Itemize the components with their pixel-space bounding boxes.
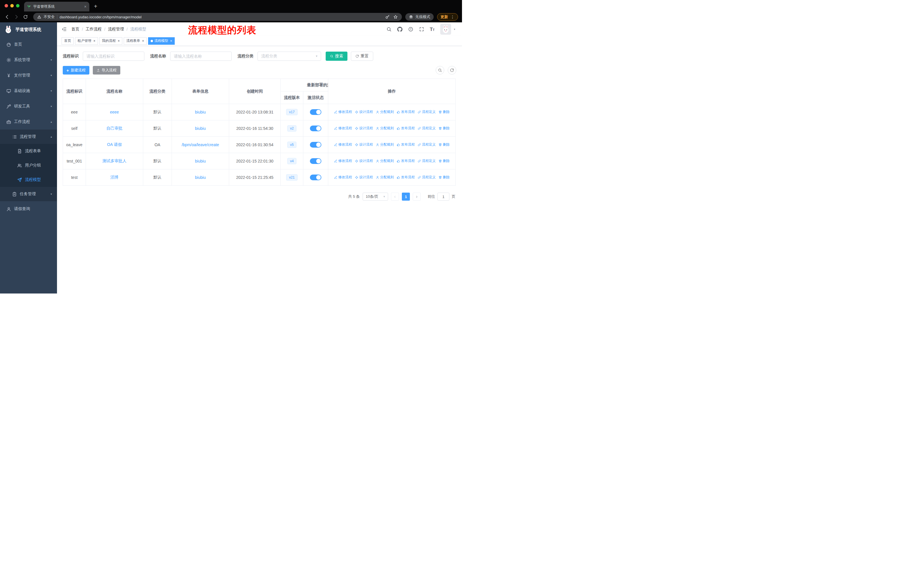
refresh-table-button[interactable] [448,66,456,74]
goto-page-input[interactable] [437,193,449,201]
row-action-delete[interactable]: 删除 [439,159,450,164]
row-action-assign[interactable]: 分配规则 [376,142,394,147]
window-zoom-button[interactable] [16,4,20,7]
row-action-edit[interactable]: 修改流程 [334,159,352,164]
sidebar-item-user-group[interactable]: 用户分组 [0,158,57,172]
tab-close-icon[interactable]: × [84,4,86,9]
create-process-button[interactable]: + 新建流程 [63,66,89,74]
back-button[interactable] [3,13,12,21]
active-toggle[interactable] [310,175,322,180]
header-search-icon[interactable] [386,26,391,32]
sidebar-item-leave-query[interactable]: 请假查询 [0,201,57,217]
form-info-link[interactable]: biubiu [195,159,206,164]
form-info-link[interactable]: biubiu [195,175,206,180]
tag-首页[interactable]: 首页 [61,37,74,45]
row-action-design[interactable]: 设计流程 [355,109,373,114]
row-action-publish[interactable]: 发布流程 [397,142,415,147]
page-size-select[interactable]: 10条/页 ▼ [363,193,388,201]
row-action-design[interactable]: 设计流程 [355,126,373,131]
tag-close-icon[interactable]: × [118,39,120,43]
row-action-delete[interactable]: 删除 [439,126,450,131]
key-icon[interactable] [385,15,390,19]
active-toggle[interactable] [310,126,322,131]
version-badge[interactable]: v21 [286,174,297,180]
window-close-button[interactable] [5,4,8,7]
form-info-link[interactable]: biubiu [195,126,206,131]
sidebar-item-home[interactable]: 首页 [0,37,57,52]
sidebar-item-process-model[interactable]: 流程模型 [0,172,57,187]
filter-key-input[interactable] [83,51,144,61]
fullscreen-icon[interactable] [419,26,424,32]
tag-流程模型[interactable]: 流程模型× [148,37,175,45]
row-action-publish[interactable]: 发布流程 [397,126,415,131]
row-action-assign[interactable]: 分配规则 [376,109,394,114]
row-action-edit[interactable]: 修改流程 [334,126,352,131]
tag-流程表单[interactable]: 流程表单× [124,37,147,45]
sidebar-item-process-form[interactable]: 流程表单 [0,144,57,158]
process-name-link[interactable]: 测试多审批人 [102,159,127,163]
browser-update-button[interactable]: 更新 ⋮ [437,13,458,21]
bookmark-star-icon[interactable] [393,15,398,19]
row-action-definition[interactable]: 流程定义 [417,159,436,164]
version-badge[interactable]: v5 [287,142,297,148]
row-action-definition[interactable]: 流程定义 [417,126,436,131]
security-label[interactable]: 不安全 [43,14,55,20]
reload-button[interactable] [21,13,30,21]
breadcrumb-item[interactable]: 流程管理 [108,26,124,32]
tag-我的流程[interactable]: 我的流程× [99,37,122,45]
process-name-link[interactable]: 滔博 [111,175,119,179]
version-badge[interactable]: v4 [287,158,297,164]
sidebar-item-dev-tools[interactable]: 研发工具▼ [0,99,57,114]
row-action-definition[interactable]: 流程定义 [417,109,436,114]
show-search-toggle-button[interactable] [436,66,444,74]
sidebar-item-system-management[interactable]: 系统管理▼ [0,52,57,68]
row-action-design[interactable]: 设计流程 [355,159,373,164]
prev-page-button[interactable]: ‹ [391,193,399,201]
filter-category-select[interactable]: 流程分类 ▼ [257,51,321,61]
breadcrumb-item[interactable]: 首页 [71,26,79,32]
process-name-link[interactable]: OA 请假 [107,142,122,147]
row-action-assign[interactable]: 分配规则 [376,159,394,164]
version-badge[interactable]: v17 [286,109,297,115]
row-action-definition[interactable]: 流程定义 [417,142,436,147]
tag-close-icon[interactable]: × [93,39,96,43]
sidebar-item-workflow[interactable]: 工作流程▲ [0,114,57,129]
search-button[interactable]: 搜索 [326,51,347,61]
import-process-button[interactable]: 导入流程 [93,66,120,74]
tag-租户管理[interactable]: 租户管理× [75,37,98,45]
row-action-definition[interactable]: 流程定义 [417,175,436,180]
row-action-assign[interactable]: 分配规则 [376,126,394,131]
row-action-assign[interactable]: 分配规则 [376,175,394,180]
row-action-design[interactable]: 设计流程 [355,175,373,180]
font-size-icon[interactable]: TT [430,27,435,32]
browser-menu-icon[interactable]: ⋮ [450,15,455,19]
current-page-button[interactable]: 1 [402,193,410,201]
forward-button[interactable] [12,13,21,21]
sidebar-item-process-management[interactable]: 流程管理▲ [0,129,57,144]
avatar-caret-icon[interactable]: ▼ [454,28,456,31]
help-icon[interactable]: ? [408,26,413,32]
sidebar-toggle-button[interactable] [57,26,71,32]
form-info-link[interactable]: /bpm/oa/leave/create [182,142,219,147]
browser-tab[interactable]: 芋道管理系统 × [24,2,89,12]
row-action-delete[interactable]: 删除 [439,142,450,147]
row-action-publish[interactable]: 发布流程 [397,175,415,180]
process-name-link[interactable]: eeee [110,110,119,114]
row-action-design[interactable]: 设计流程 [355,142,373,147]
github-icon[interactable] [397,26,403,32]
row-action-delete[interactable]: 删除 [439,175,450,180]
row-action-publish[interactable]: 发布流程 [397,109,415,114]
active-toggle[interactable] [310,109,322,115]
tag-close-icon[interactable]: × [170,39,172,43]
url-bar[interactable]: 不安全 dashboard.yudao.iocoder.cn/bpm/manag… [33,13,402,21]
sidebar-item-task-management[interactable]: 任务管理▼ [0,187,57,201]
active-toggle[interactable] [310,158,322,164]
reset-button[interactable]: 重置 [351,51,373,61]
breadcrumb-item[interactable]: 工作流程 [86,26,102,32]
version-badge[interactable]: v2 [287,125,297,132]
new-tab-button[interactable]: + [94,3,97,9]
row-action-publish[interactable]: 发布流程 [397,159,415,164]
sidebar-item-infrastructure[interactable]: 基础设施▼ [0,83,57,99]
avatar[interactable] [440,24,451,35]
tag-close-icon[interactable]: × [142,39,144,43]
